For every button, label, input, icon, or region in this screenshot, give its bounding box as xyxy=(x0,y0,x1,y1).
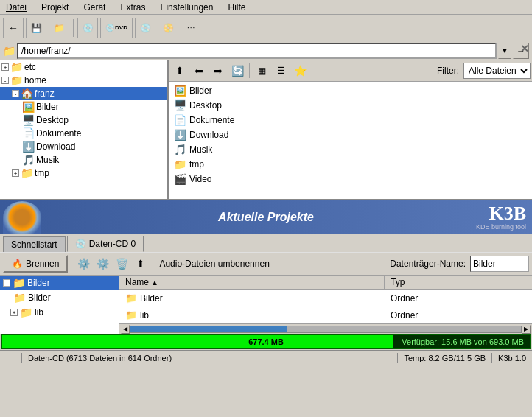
folder-bilder-icon: 🖼️ xyxy=(22,101,35,113)
hscroll-thumb[interactable] xyxy=(130,326,287,332)
expand-franz[interactable]: - xyxy=(12,90,19,97)
menubar: Datei Projekt Gerät Extras Einstellungen… xyxy=(0,0,532,15)
burn-icon: 🔥 xyxy=(12,259,23,269)
burn-label: Brennen xyxy=(26,259,59,269)
file-item-desktop[interactable]: 🖥️ Desktop xyxy=(171,98,531,113)
nav-reload-btn[interactable]: 🔄 xyxy=(228,62,246,80)
k3b-separator-2 xyxy=(153,256,153,271)
expand-home[interactable]: - xyxy=(1,77,9,84)
expand-etc[interactable]: + xyxy=(1,63,9,71)
nav-forward-btn[interactable]: ➡ xyxy=(209,62,227,80)
nav-back-btn[interactable]: ⬅ xyxy=(190,62,208,80)
tree-item-download[interactable]: ⬇️ Download xyxy=(0,140,167,153)
k3b-hscroll[interactable]: ◀ ▶ xyxy=(119,323,532,334)
expand-tmp[interactable]: + xyxy=(12,169,19,177)
tab-daten-cd[interactable]: 💿 Daten-CD 0 xyxy=(67,236,144,252)
folder-download-icon: ⬇️ xyxy=(22,141,35,153)
k3b-expand-lib[interactable]: + xyxy=(10,309,18,316)
tree-item-musik[interactable]: 🎵 Musik xyxy=(0,153,167,167)
k3b-folder-bilder-root-icon: 📁 xyxy=(13,277,25,289)
tab-daten-cd-label: Daten-CD 0 xyxy=(89,239,136,249)
bookmark-btn[interactable]: ⭐ xyxy=(291,62,309,80)
file-dokumente-label: Dokumente xyxy=(189,115,234,125)
file-item-bilder[interactable]: 🖼️ Bilder xyxy=(171,83,531,98)
close-panel-btn[interactable]: ✕ xyxy=(520,43,529,55)
k3b-column-headers: Name ▲ Typ xyxy=(119,276,532,290)
tree-item-etc[interactable]: + 📁 etc xyxy=(0,60,167,74)
col-name-header[interactable]: Name ▲ xyxy=(119,276,385,289)
toolbar-back-btn[interactable]: ← xyxy=(3,18,24,38)
k3b-cd-graphic xyxy=(3,201,41,234)
tree-label-tmp: tmp xyxy=(35,168,49,178)
tree-item-home[interactable]: - 📁 home xyxy=(0,74,167,87)
separator-right xyxy=(249,63,250,78)
k3b-up-btn[interactable]: ⬆ xyxy=(132,255,150,273)
tree-label-download: Download xyxy=(36,141,75,152)
hscroll-left-btn[interactable]: ◀ xyxy=(121,325,130,334)
menu-extras[interactable]: Extras xyxy=(117,2,148,13)
tree-item-tmp[interactable]: + 📁 tmp xyxy=(0,167,167,180)
folder-etc-icon: 📁 xyxy=(10,61,23,73)
k3b-row-bilder[interactable]: 📁 Bilder Ordner xyxy=(119,290,532,306)
menu-einstellungen[interactable]: Einstellungen xyxy=(157,2,216,13)
col-type-label: Typ xyxy=(391,277,405,287)
file-bilder-label: Bilder xyxy=(189,85,212,96)
k3b-minus-bilder[interactable]: - xyxy=(3,279,10,287)
k3b-logo-text: K3B xyxy=(489,204,526,223)
file-item-dokumente[interactable]: 📄 Dokumente xyxy=(171,113,531,127)
tree-item-franz[interactable]: - 🏠 franz xyxy=(0,87,167,100)
k3b-cell-bilder-name: 📁 Bilder xyxy=(119,291,385,305)
diskname-input[interactable] xyxy=(470,256,529,272)
file-musik-icon: 🎵 xyxy=(174,144,186,155)
k3b-row-lib[interactable]: 📁 lib Ordner xyxy=(119,306,532,323)
k3b-cell-bilder-type: Ordner xyxy=(385,292,532,305)
k3b-settings-btn-1[interactable]: ⚙️ xyxy=(74,255,92,273)
file-item-download[interactable]: ⬇️ Download xyxy=(171,127,531,142)
filter-select[interactable]: Alle Dateien xyxy=(463,63,531,79)
burn-button[interactable]: 🔥 Brennen xyxy=(3,255,68,273)
file-download-label: Download xyxy=(189,130,228,140)
toolbar-folder-btn[interactable]: 📁 xyxy=(49,18,69,38)
hscroll-track[interactable] xyxy=(130,326,522,333)
k3b-content: - 📁 Bilder 📁 Bilder + 📁 lib Name ▲ xyxy=(0,276,532,334)
tree-item-dokumente[interactable]: 📄 Dokumente xyxy=(0,127,167,140)
tree-item-desktop[interactable]: 🖥️ Desktop xyxy=(0,113,167,127)
k3b-tree-bilder-root[interactable]: - 📁 Bilder xyxy=(0,276,119,290)
k3b-clear-btn[interactable]: 🗑️ xyxy=(113,255,130,273)
toolbar-cd-btn[interactable]: 💿 xyxy=(77,18,98,38)
k3b-file-list: 📁 Bilder Ordner 📁 lib Ordner xyxy=(119,290,532,323)
file-item-video[interactable]: 🎬 Video xyxy=(171,172,531,186)
k3b-tree-lib[interactable]: + 📁 lib xyxy=(0,305,119,320)
file-download-icon: ⬇️ xyxy=(174,129,186,141)
file-item-musik[interactable]: 🎵 Musik xyxy=(171,142,531,157)
k3b-settings-btn-2[interactable]: ⚙️ xyxy=(94,255,111,273)
left-tree-panel: + 📁 etc - 📁 home - 🏠 franz 🖼️ Bilder 🖥️ … xyxy=(0,60,169,199)
view-icons-btn[interactable]: ▦ xyxy=(253,62,270,80)
file-dokumente-icon: 📄 xyxy=(174,114,186,126)
progress-used-label: 677.4 MB xyxy=(248,337,284,346)
tab-schnellstart[interactable]: Schnellstart xyxy=(3,236,66,252)
menu-datei[interactable]: Datei xyxy=(3,2,29,13)
toolbar-floppy-btn[interactable]: 💾 xyxy=(26,18,46,38)
view-list-btn[interactable]: ☰ xyxy=(272,62,290,80)
col-type-header[interactable]: Typ xyxy=(385,276,532,289)
k3b-header: Aktuelle Projekte K3B KDE burning tool xyxy=(0,200,532,234)
address-input[interactable] xyxy=(17,43,497,59)
right-toolbar: ⬆ ⬅ ➡ 🔄 ▦ ☰ ⭐ Filter: Alle Dateien xyxy=(169,60,532,82)
file-bilder-icon: 🖼️ xyxy=(174,85,186,97)
file-tmp-icon: 📁 xyxy=(174,158,186,170)
hscroll-right-btn[interactable]: ▶ xyxy=(522,325,531,334)
tree-item-bilder[interactable]: 🖼️ Bilder xyxy=(0,100,167,113)
menu-geraet[interactable]: Gerät xyxy=(80,2,108,13)
menu-hilfe[interactable]: Hilfe xyxy=(225,2,248,13)
nav-up-btn[interactable]: ⬆ xyxy=(171,62,189,80)
toolbar-dvd-btn[interactable]: 💿DVD xyxy=(100,18,133,38)
menu-projekt[interactable]: Projekt xyxy=(38,2,71,13)
file-item-tmp[interactable]: 📁 tmp xyxy=(171,157,531,172)
address-dropdown-btn[interactable]: ▼ xyxy=(498,43,511,59)
progress-bar-area: 677.4 MB Verfügbar: 15.6 MB von 693.0 MB xyxy=(1,334,531,349)
k3b-cell-lib-type: Ordner xyxy=(385,309,532,322)
toolbar-cd2-btn[interactable]: 💿 xyxy=(135,18,155,38)
toolbar-cd3-btn[interactable]: 📀 xyxy=(158,18,178,38)
k3b-tree-bilder-child[interactable]: 📁 Bilder xyxy=(0,290,119,305)
